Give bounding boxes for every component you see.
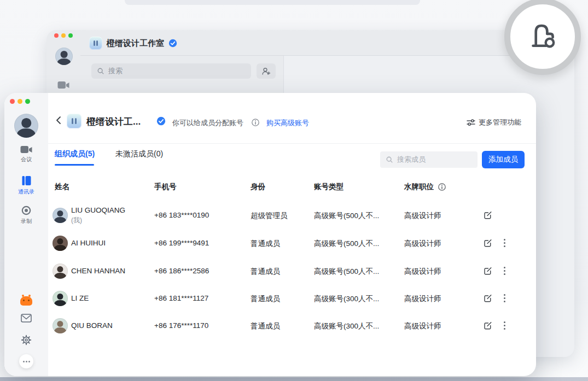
edit-position-button[interactable] (483, 238, 493, 248)
zoom-button[interactable] (25, 99, 30, 104)
sidebar-item-meeting[interactable]: 会议 (4, 145, 48, 163)
table-row[interactable]: CHEN HANHAN +86 186****2586 普通成员 高级账号(50… (4, 257, 536, 285)
sidebar-item-contacts[interactable]: 通讯录 (4, 175, 48, 196)
edit-position-button[interactable] (483, 266, 493, 276)
member-role: 普通成员 (251, 239, 280, 249)
member-search-placeholder: 搜索成员 (397, 155, 426, 165)
member-role: 普通成员 (251, 321, 280, 331)
member-account-type: 高级账号(300人不... (314, 294, 379, 304)
member-role: 超级管理员 (251, 211, 288, 221)
member-role: 普通成员 (251, 294, 280, 304)
background-window-edge (125, 0, 420, 5)
close-button[interactable] (54, 33, 59, 38)
table-row[interactable]: LIU GUOQIANG (我) +86 183****0190 超级管理员 高… (4, 202, 536, 229)
more-management-button[interactable]: 更多管理功能 (467, 118, 521, 127)
member-name: QIU BORAN (71, 321, 113, 330)
col-header-account: 账号类型 (314, 182, 344, 192)
verified-badge-icon (156, 116, 166, 126)
close-button[interactable] (10, 99, 15, 104)
member-position: 高级设计师 (404, 267, 441, 277)
sidebar-item-more[interactable] (4, 354, 48, 368)
member-avatar (53, 318, 68, 333)
buy-premium-link[interactable]: 购买高级账号 (266, 118, 309, 128)
desktop-edge (0, 377, 588, 381)
divider (48, 143, 536, 144)
meeting-nav-icon[interactable] (57, 81, 69, 90)
org-logo-icon (89, 37, 102, 50)
member-position: 高级设计师 (404, 239, 441, 249)
col-header-position: 水牌职位 (404, 182, 434, 192)
member-avatar (53, 236, 68, 251)
global-search-input[interactable]: 搜索 (91, 63, 251, 79)
col-header-role: 身份 (251, 182, 265, 192)
edit-position-button[interactable] (483, 320, 493, 330)
row-more-button[interactable] (504, 294, 505, 302)
sidebar-item-label: 通讯录 (18, 188, 34, 196)
window-controls (54, 33, 73, 38)
member-account-type: 高级账号(500人不... (314, 267, 379, 277)
org-name: 橙缙设计工作室 (107, 38, 164, 49)
member-phone: +86 176****1170 (154, 321, 208, 330)
zoom-button[interactable] (68, 33, 73, 38)
member-phone: +86 186****2586 (154, 267, 209, 275)
tab-org-members[interactable]: 组织成员(5) (55, 149, 95, 159)
edit-icon (483, 266, 493, 276)
edit-icon (483, 293, 493, 303)
tab-inactive-members[interactable]: 未激活成员(0) (115, 149, 163, 159)
edit-position-button[interactable] (483, 293, 493, 303)
row-more-button[interactable] (504, 321, 505, 330)
col-header-phone: 手机号 (154, 182, 177, 192)
org-logo-icon (67, 114, 81, 128)
member-phone: +86 183****0190 (154, 211, 209, 219)
member-avatar (53, 208, 68, 223)
contacts-book-icon (21, 175, 32, 186)
member-name: LIU GUOQIANG (71, 206, 125, 214)
add-contact-button[interactable] (257, 63, 276, 79)
table-row[interactable]: LI ZE +86 181****1127 普通成员 高级账号(300人不...… (4, 285, 536, 312)
user-avatar[interactable] (55, 48, 73, 65)
member-search-input[interactable]: 搜索成员 (380, 151, 478, 168)
member-name: LI ZE (71, 294, 89, 302)
organization-overlay-badge (504, 0, 581, 75)
row-more-button[interactable] (504, 239, 505, 247)
member-role: 普通成员 (251, 267, 280, 277)
member-page-header: 橙缙设计工... 你可以给成员分配账号 购买高级账号 更多管理功能 (48, 93, 536, 141)
table-row[interactable]: AI HUIHUI +86 199****9491 普通成员 高级账号(500人… (4, 230, 536, 257)
member-position: 高级设计师 (404, 211, 441, 221)
user-avatar[interactable] (14, 114, 38, 138)
col-header-name: 姓名 (55, 182, 69, 192)
table-row[interactable]: QIU BORAN +86 176****1170 普通成员 高级账号(300人… (4, 312, 536, 339)
divider (80, 55, 574, 56)
ellipsis-icon (19, 354, 33, 368)
row-more-button[interactable] (504, 267, 505, 275)
back-button[interactable] (55, 116, 62, 125)
me-tag: (我) (71, 216, 82, 225)
minimize-button[interactable] (61, 33, 66, 38)
member-phone: +86 181****1127 (154, 294, 208, 302)
chevron-left-icon (55, 116, 62, 125)
search-placeholder: 搜索 (108, 66, 123, 76)
info-icon[interactable] (438, 183, 446, 191)
window-controls (10, 99, 30, 104)
video-camera-icon (20, 145, 32, 154)
member-position: 高级设计师 (404, 321, 441, 331)
search-icon (97, 67, 104, 75)
member-avatar (53, 263, 68, 279)
add-member-button[interactable]: 添加成员 (482, 151, 525, 168)
edit-position-button[interactable] (483, 210, 493, 220)
search-icon (386, 156, 393, 163)
org-title-bar: 橙缙设计工作室 (89, 34, 177, 52)
assign-account-tip: 你可以给成员分配账号 (172, 118, 243, 128)
edit-icon (483, 210, 493, 220)
org-name-truncated: 橙缙设计工... (86, 115, 141, 128)
edit-icon (483, 320, 493, 330)
verified-badge-icon (168, 39, 177, 48)
sidebar-item-label: 会议 (21, 156, 32, 163)
info-icon[interactable] (252, 119, 259, 126)
more-management-label: 更多管理功能 (479, 118, 521, 127)
desktop: 橙缙设计工作室 搜索 (0, 0, 588, 381)
member-management-window: 会议 通讯录 录制 (4, 93, 536, 376)
organization-building-icon (526, 20, 560, 54)
member-name: CHEN HANHAN (71, 267, 125, 275)
minimize-button[interactable] (18, 99, 22, 104)
